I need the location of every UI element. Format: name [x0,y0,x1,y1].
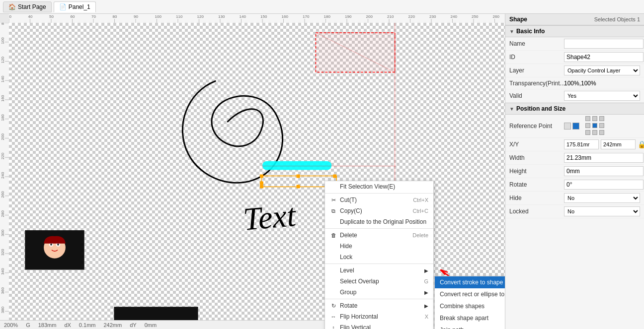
layer-value: Opacity Control Layer [564,66,640,75]
delete-icon: 🗑 [330,232,337,238]
ctx-group[interactable]: Group ▶ [325,287,433,298]
xy-value: 🔒 [564,139,644,149]
id-input[interactable] [564,52,644,62]
svg-rect-13 [260,181,263,185]
hide-select[interactable]: No [564,193,640,203]
ref-color-2[interactable] [572,123,579,130]
ref-dot-1[interactable] [585,116,590,121]
locked-select[interactable]: No [564,206,640,216]
tab-panel-1-label: Panel_1 [69,3,90,10]
svg-point-19 [56,243,60,247]
hide-label: Hide [509,195,564,201]
tab-panel-1[interactable]: 📄 Panel_1 [54,1,96,12]
width-input[interactable] [564,153,644,163]
svg-text:Text: Text [242,197,298,237]
sub-break-apart[interactable]: Break shape apart [435,312,505,324]
position-size-header[interactable]: ▼ Position and Size [505,103,644,115]
canvas-wrapper: Text [0,23,505,329]
flip-h-icon: ↔ [330,314,337,320]
sub-convert-stroke[interactable]: Convert stroke to shape [435,276,505,288]
ref-dot-9[interactable] [599,130,604,135]
group-arrow: ▶ [424,290,428,295]
tab-start-page[interactable]: 🏠 Start Page [3,1,52,12]
ruler-vertical [0,23,9,329]
position-size-arrow: ▼ [509,106,514,112]
ref-dot-8[interactable] [592,130,597,135]
ctx-fit-selection-view[interactable]: Fit Selection View(E) [325,181,433,192]
dy-value: 0mm [145,322,157,328]
rotate-input[interactable] [564,180,644,190]
canvas-container[interactable]: Text [0,14,505,329]
prop-transparency-row: Transparency(Print... 100%,100% [505,77,644,89]
ref-point-value [564,116,640,136]
ctx-delete[interactable]: 🗑Delete Delete [325,230,433,241]
context-menu: Fit Selection View(E) ✂Cut(T) Ctrl+X ⧉Co… [324,181,434,329]
main-layout: Text [0,14,644,329]
ref-dot-3[interactable] [599,116,604,121]
svg-rect-4 [262,161,331,170]
ctx-lock[interactable]: Lock [325,252,433,263]
g-shortcut: G [26,322,30,328]
ref-dot-6[interactable] [599,123,604,128]
svg-point-21 [57,244,59,246]
sub-join-path[interactable]: Join path [435,324,505,329]
home-icon: 🏠 [8,3,16,10]
ctx-duplicate[interactable]: Duplicate to the Original Position [325,216,433,227]
ctx-separator-2 [325,228,433,229]
transparency-label: Transparency(Print... [509,80,564,87]
svg-point-17 [44,237,66,259]
height-input[interactable] [564,166,644,176]
ctx-separator-4 [325,299,433,299]
dy-label: dY [130,322,136,328]
ctx-level[interactable]: Level ▶ [325,265,433,276]
id-value [564,52,644,62]
width-label: Width [509,154,564,161]
valid-select[interactable]: Yes [564,91,640,101]
ctx-select-overlap[interactable]: Select Overlap G [325,276,433,287]
ctx-rotate[interactable]: ↻Rotate ▶ [325,300,433,311]
top-bar: 🏠 Start Page 📄 Panel_1 [0,0,644,14]
layer-select[interactable]: Opacity Control Layer [564,66,640,75]
ref-dot-7[interactable] [585,130,590,135]
prop-height-row: Height [505,165,644,178]
canvas[interactable]: Text [9,23,505,329]
locked-value: No [564,206,640,216]
transparency-text: 100%,100% [564,80,596,87]
ctx-flip-h[interactable]: ↔Flip Horizontal X [325,311,433,322]
hide-value: No [564,193,640,203]
prop-name-row: Name [505,37,644,51]
x-input[interactable] [564,139,599,149]
layer-label: Layer [509,67,564,74]
rotate-value [564,180,644,190]
flip-v-icon: ↕ [330,325,337,329]
id-label: ID [509,54,564,61]
sub-convert-rect[interactable]: Convert rect or ellipse to path [435,288,505,300]
ctx-copy[interactable]: ⧉Copy(C) Ctrl+C [325,205,433,216]
ctx-flip-v[interactable]: ↕Flip Vertical [325,322,433,329]
ctx-cut[interactable]: ✂Cut(T) Ctrl+X [325,195,433,205]
name-input[interactable] [564,39,644,49]
ref-dot-2[interactable] [592,116,597,121]
copy-icon: ⧉ [330,208,337,214]
basic-info-header[interactable]: ▼ Basic Info [505,25,644,37]
ref-dot-4[interactable] [585,123,590,128]
prop-rotate-row: Rotate [505,178,644,192]
ctx-hide[interactable]: Hide [325,241,433,252]
ref-dot-5[interactable] [592,123,597,128]
svg-rect-8 [333,175,336,178]
rotate-icon: ↻ [330,303,337,309]
y-input[interactable] [601,139,636,149]
selected-count: Selected Objects 1 [594,16,640,22]
lock-icon[interactable]: 🔒 [638,140,644,148]
sub-combine-shapes[interactable]: Combine shapes [435,300,505,312]
tab-start-page-label: Start Page [18,3,46,10]
xy-inputs [564,139,636,149]
svg-rect-0 [316,33,395,72]
right-panel: Shape Selected Objects 1 Layer Filter Pr… [505,14,644,329]
name-value [564,39,644,49]
prop-ref-point-row: Reference Point [505,115,644,138]
height-label: Height [509,168,564,175]
dx-value: 0.1mm [79,322,96,328]
prop-locked-row: Locked No [505,205,644,218]
valid-value: Yes [564,91,640,101]
